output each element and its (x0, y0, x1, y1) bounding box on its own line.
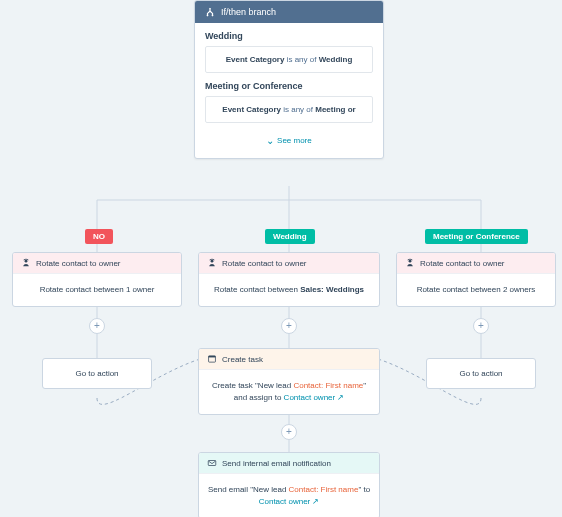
go-to-action-card[interactable]: Go to action (426, 358, 536, 389)
branch-group-title: Wedding (205, 31, 373, 41)
card-body: Create task "New lead Contact: First nam… (199, 370, 379, 414)
if-then-branch-card[interactable]: If/then branch Wedding Event Category is… (194, 0, 384, 159)
card-body: Rotate contact between Sales: Weddings (199, 274, 379, 306)
email-icon (207, 458, 217, 468)
rotate-owner-icon (21, 258, 31, 268)
contact-first-name-token: Contact: First name (293, 381, 363, 390)
svg-rect-15 (209, 356, 216, 358)
contact-first-name-token: Contact: First name (289, 485, 359, 494)
card-body: Rotate contact between 1 owner (13, 274, 181, 306)
svg-point-11 (25, 260, 28, 263)
rotate-card-meeting[interactable]: Rotate contact to owner Rotate contact b… (396, 252, 556, 307)
add-action-button[interactable] (281, 424, 297, 440)
card-title: Create task (222, 355, 263, 364)
create-task-card[interactable]: Create task Create task "New lead Contac… (198, 348, 380, 415)
branch-group-meeting: Meeting or Conference Event Category is … (205, 81, 373, 123)
card-title: Rotate contact to owner (36, 259, 121, 268)
rotate-card-header: Rotate contact to owner (397, 253, 555, 274)
branch-body: Wedding Event Category is any of Wedding… (195, 23, 383, 158)
add-action-button[interactable] (89, 318, 105, 334)
create-task-header: Create task (199, 349, 379, 370)
external-link-icon: ↗ (312, 496, 319, 508)
branch-group-title: Meeting or Conference (205, 81, 373, 91)
card-title: Rotate contact to owner (222, 259, 307, 268)
go-to-action-card[interactable]: Go to action (42, 358, 152, 389)
branch-badge-wedding: Wedding (265, 229, 315, 244)
svg-rect-16 (208, 461, 216, 466)
contact-owner-link[interactable]: Contact owner (259, 497, 311, 506)
contact-owner-link[interactable]: Contact owner (284, 393, 336, 402)
external-link-icon: ↗ (337, 392, 344, 404)
branch-badge-meeting: Meeting or Conference (425, 229, 528, 244)
card-title: Rotate contact to owner (420, 259, 505, 268)
rotate-card-header: Rotate contact to owner (13, 253, 181, 274)
rotate-owner-icon (405, 258, 415, 268)
add-action-button[interactable] (473, 318, 489, 334)
rotate-card-no[interactable]: Rotate contact to owner Rotate contact b… (12, 252, 182, 307)
branch-icon (205, 7, 215, 17)
branch-condition: Event Category is any of Wedding (205, 46, 373, 73)
rotate-card-header: Rotate contact to owner (199, 253, 379, 274)
task-icon (207, 354, 217, 364)
branch-condition: Event Category is any of Meeting or (205, 96, 373, 123)
branch-title: If/then branch (221, 7, 276, 17)
send-email-card[interactable]: Send internal email notification Send em… (198, 452, 380, 517)
see-more-link[interactable]: See more (205, 131, 373, 154)
card-title: Send internal email notification (222, 459, 331, 468)
add-action-button[interactable] (281, 318, 297, 334)
branch-header: If/then branch (195, 1, 383, 23)
svg-point-13 (409, 260, 412, 263)
rotate-card-wedding[interactable]: Rotate contact to owner Rotate contact b… (198, 252, 380, 307)
svg-point-12 (211, 260, 214, 263)
card-body: Rotate contact between 2 owners (397, 274, 555, 306)
branch-badge-no: NO (85, 229, 113, 244)
branch-group-wedding: Wedding Event Category is any of Wedding (205, 31, 373, 73)
send-email-header: Send internal email notification (199, 453, 379, 474)
card-body: Send email "New lead Contact: First name… (199, 474, 379, 517)
rotate-owner-icon (207, 258, 217, 268)
